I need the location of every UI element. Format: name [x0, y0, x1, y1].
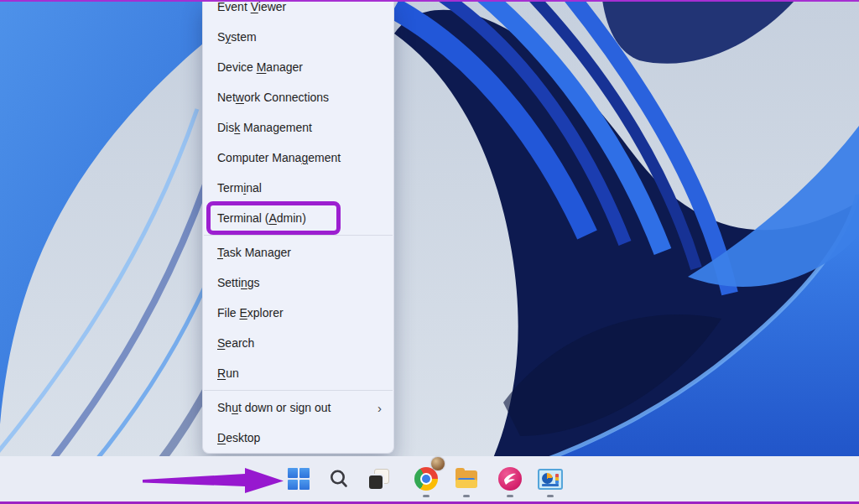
taskview-icon — [368, 468, 390, 490]
screenshot-root: Event ViewerSystemDevice ManagerNetwork … — [0, 0, 859, 504]
avatar — [431, 457, 445, 470]
menu-item-label: Shut down or sign out — [217, 401, 371, 414]
folder-icon — [455, 468, 478, 490]
pink-icon — [498, 467, 522, 491]
winx-context-menu: Event ViewerSystemDevice ManagerNetwork … — [202, 0, 394, 454]
menu-item-terminal[interactable]: Terminal — [203, 173, 393, 203]
menu-item-task-manager[interactable]: Task Manager — [203, 237, 393, 268]
taskbar-blueapp-button[interactable] — [530, 459, 570, 499]
menu-separator — [203, 233, 393, 237]
menu-item-search[interactable]: Search — [203, 328, 393, 358]
menu-separator — [203, 388, 393, 392]
menu-item-label: File Explorer — [217, 306, 382, 320]
menu-item-shut-down-or-sign-out[interactable]: Shut down or sign out› — [203, 392, 393, 423]
chevron-right-icon: › — [377, 401, 382, 415]
menu-item-label: Run — [217, 366, 382, 380]
running-indicator — [507, 495, 513, 497]
menu-item-label: Desktop — [217, 431, 382, 444]
menu-item-device-manager[interactable]: Device Manager — [203, 52, 393, 82]
menu-item-label: Network Connections — [217, 91, 382, 104]
menu-item-label: Settings — [217, 276, 382, 289]
taskbar — [0, 456, 859, 501]
menu-item-label: Computer Management — [217, 151, 382, 164]
blueapp-icon — [538, 469, 563, 490]
taskbar-folder-button[interactable] — [446, 459, 487, 499]
start-icon — [288, 468, 310, 490]
menu-item-computer-management[interactable]: Computer Management — [203, 143, 393, 173]
image-border-top — [0, 0, 859, 2]
menu-item-system[interactable]: System — [203, 22, 393, 52]
menu-item-label: Terminal (Admin) — [217, 211, 382, 225]
wallpaper — [0, 0, 859, 504]
winx-menu-list: Event ViewerSystemDevice ManagerNetwork … — [203, 0, 393, 453]
menu-item-event-viewer[interactable]: Event Viewer — [203, 0, 393, 22]
running-indicator — [547, 495, 554, 497]
search-icon — [328, 468, 350, 490]
taskbar-chrome-button[interactable] — [406, 459, 446, 499]
menu-item-label: Event Viewer — [217, 0, 382, 13]
taskbar-pink-button[interactable] — [490, 459, 530, 499]
taskbar-buttons — [279, 456, 570, 501]
menu-item-label: Disk Management — [217, 121, 382, 134]
menu-item-run[interactable]: Run — [203, 358, 393, 388]
menu-item-terminal-admin-[interactable]: Terminal (Admin) — [203, 203, 393, 233]
running-indicator — [423, 495, 430, 497]
menu-item-file-explorer[interactable]: File Explorer — [203, 298, 393, 328]
running-indicator — [463, 495, 470, 497]
taskbar-search-button[interactable] — [319, 459, 359, 499]
menu-item-label: Task Manager — [217, 246, 382, 259]
menu-item-label: System — [217, 30, 382, 44]
menu-item-label: Device Manager — [217, 60, 382, 74]
menu-item-desktop[interactable]: Desktop — [203, 423, 393, 453]
menu-item-label: Terminal — [217, 181, 382, 195]
taskbar-taskview-button[interactable] — [359, 459, 399, 499]
menu-item-settings[interactable]: Settings — [203, 268, 393, 298]
chrome-icon — [414, 467, 438, 491]
menu-item-disk-management[interactable]: Disk Management — [203, 112, 393, 143]
menu-item-label: Search — [217, 336, 382, 350]
taskbar-start-button[interactable] — [279, 459, 319, 499]
menu-item-network-connections[interactable]: Network Connections — [203, 82, 393, 112]
